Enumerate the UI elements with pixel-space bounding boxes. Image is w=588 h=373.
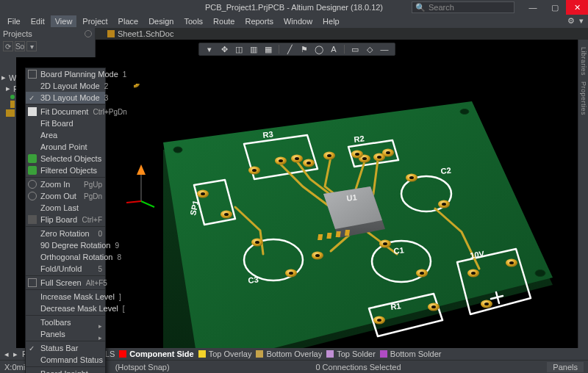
nav-left-icon[interactable]: ◂	[4, 350, 9, 359]
panel-search-button[interactable]: So	[15, 41, 25, 51]
filter-icon[interactable]: ▾	[204, 44, 215, 54]
menu-item-2d-layout-mode[interactable]: 2D Layout Mode2	[26, 80, 105, 92]
status-snap: (Hotspot Snap)	[115, 363, 170, 372]
menu-place[interactable]: Place	[114, 15, 143, 27]
menu-item-zoom-out[interactable]: Zoom OutPgDn	[26, 190, 105, 202]
svg-rect-23	[345, 230, 350, 236]
menu-item-selected-objects[interactable]: Selected Objects	[26, 153, 105, 164]
menu-item-panels[interactable]: Panels	[26, 328, 105, 340]
global-search[interactable]: 🔍 Search	[412, 1, 514, 13]
menu-item-zoom-last[interactable]: Zoom Last	[26, 202, 105, 214]
menu-item-orthogonal-rotation[interactable]: Orthogonal Rotation8	[26, 251, 105, 263]
flag-icon[interactable]: ⚑	[298, 44, 310, 54]
project-tree[interactable]: ▸Wor… ▸P…	[0, 70, 16, 119]
search-placeholder: Search	[429, 3, 454, 12]
status-connections: 0 Connections Selected	[315, 363, 401, 372]
selection-icon[interactable]: ◫	[233, 44, 245, 54]
layer-bottom-solder[interactable]: Bottom Solder	[380, 350, 442, 358]
menu-reports[interactable]: Reports	[240, 15, 278, 27]
menu-item-area[interactable]: Area	[26, 129, 105, 141]
tool-2-icon[interactable]: ◇	[364, 44, 376, 54]
menu-item-zero-rotation[interactable]: Zero Rotation0	[26, 228, 105, 239]
align-icon[interactable]: ▥	[248, 44, 259, 54]
menu-item-3d-layout-mode[interactable]: ✓3D Layout Mode3	[26, 92, 105, 104]
tool-1-icon[interactable]: ▭	[349, 44, 361, 54]
projects-panel: Projects ⟳ So ▾	[0, 28, 96, 57]
projects-title: Projects	[3, 29, 32, 38]
draw-line-icon[interactable]: ╱	[284, 44, 295, 54]
menu-file[interactable]: File	[3, 15, 25, 27]
menu-help[interactable]: Help	[318, 15, 344, 27]
text-icon[interactable]: A	[328, 44, 340, 54]
menu-item-toolbars[interactable]: Toolbars	[26, 316, 105, 328]
titlebar: PCB_Project1.PrjPCB - Altium Designer (1…	[0, 0, 588, 15]
dropdown-icon[interactable]: ▾	[579, 16, 584, 26]
layer-top-solder[interactable]: Top Solder	[326, 350, 376, 358]
svg-rect-20	[318, 234, 323, 240]
menu-window[interactable]: Window	[279, 15, 317, 27]
circle-icon[interactable]: ◯	[313, 44, 325, 54]
svg-point-7	[460, 109, 469, 115]
panel-refresh-button[interactable]: ⟳	[3, 41, 13, 51]
svg-rect-21	[326, 233, 331, 239]
app-root: PCB_Project1.PrjPCB - Altium Designer (1…	[0, 0, 588, 373]
menu-view[interactable]: View	[51, 15, 77, 27]
menu-item-decrease-mask-level[interactable]: Decrease Mask Level[	[26, 303, 105, 314]
menu-item-fit-board[interactable]: Fit Board	[26, 117, 105, 129]
panel-menu-button[interactable]: ▾	[26, 41, 37, 51]
menu-item-board-planning-mode[interactable]: Board Planning Mode1	[26, 68, 105, 80]
label-c3: C3	[248, 275, 259, 285]
menu-item-fit-document[interactable]: Fit DocumentCtrl+PgDn	[26, 106, 105, 117]
maximize-button[interactable]: ▢	[544, 0, 566, 15]
menu-edit[interactable]: Edit	[26, 15, 49, 27]
menu-tools[interactable]: Tools	[179, 15, 207, 27]
label-c1: C1	[393, 245, 404, 256]
menu-item-flip-board[interactable]: Flip BoardCtrl+F	[26, 214, 105, 225]
menu-project[interactable]: Project	[78, 15, 112, 27]
menu-item-command-status[interactable]: Command Status	[26, 354, 105, 366]
document-icon	[107, 30, 115, 37]
close-button[interactable]: ✕	[566, 0, 588, 15]
search-icon: 🔍	[415, 3, 426, 12]
menu-item-filtered-objects[interactable]: Filtered Objects	[26, 164, 105, 176]
layer-top-overlay[interactable]: Top Overlay	[198, 350, 252, 358]
svg-rect-22	[336, 231, 341, 237]
minimize-button[interactable]: —	[522, 0, 544, 15]
label-c2: C2	[440, 166, 451, 175]
panels-button[interactable]: Panels	[547, 362, 584, 372]
label-r3: R3	[262, 129, 273, 140]
right-dock: Libraries Properties	[578, 40, 588, 348]
tab-sheet1[interactable]: Sheet1.SchDoc	[103, 29, 178, 38]
window-title: PCB_Project1.PrjPCB - Altium Designer (1…	[205, 3, 383, 12]
pcb-board: R3 R2 C2 SP1 U1 C3 C1 R1 10V	[134, 84, 575, 348]
move-icon[interactable]: ✥	[218, 44, 230, 54]
titlebar-extras: ⚙ ▾	[567, 16, 584, 26]
menu-route[interactable]: Route	[209, 15, 239, 27]
grid-icon[interactable]: ▦	[262, 44, 274, 54]
menu-item-status-bar[interactable]: ✓Status Bar	[26, 342, 105, 354]
panel-libraries[interactable]: Libraries	[580, 47, 587, 76]
window-controls: — ▢ ✕	[522, 0, 588, 15]
layer-bottom-overlay[interactable]: Bottom Overlay	[256, 350, 322, 358]
menu-item-full-screen[interactable]: Full ScreenAlt+F5	[26, 277, 105, 289]
svg-point-6	[173, 147, 182, 153]
label-u1: U1	[346, 192, 357, 203]
status-dot-icon	[10, 95, 15, 99]
menu-item-fold-unfold[interactable]: Fold/Unfold5	[26, 263, 105, 275]
menu-design[interactable]: Design	[144, 15, 178, 27]
panel-properties[interactable]: Properties	[580, 82, 587, 115]
layer-component-side[interactable]: Component Side	[119, 350, 193, 358]
menu-item-90-degree-rotation[interactable]: 90 Degree Rotation9	[26, 239, 105, 251]
gear-icon[interactable]: ⚙	[567, 16, 575, 26]
viewport-toolbar: ▾ ✥ ◫ ▥ ▦ ╱ ⚑ ◯ A ▭ ◇ —	[198, 43, 395, 56]
document-icon	[10, 101, 15, 108]
menu-item-zoom-in[interactable]: Zoom InPgUp	[26, 178, 105, 190]
menu-item-increase-mask-level[interactable]: Increase Mask Level]	[26, 291, 105, 303]
nav-right-icon[interactable]: ▸	[13, 350, 18, 359]
pin-icon[interactable]	[85, 30, 92, 37]
label-r2: R2	[354, 134, 365, 144]
menu-item-around-point[interactable]: Around Point	[26, 141, 105, 153]
menu-item-board-insight[interactable]: Board Insight	[26, 368, 105, 373]
menubar: File Edit View Project Place Design Tool…	[0, 15, 588, 28]
tool-3-icon[interactable]: —	[379, 44, 390, 54]
